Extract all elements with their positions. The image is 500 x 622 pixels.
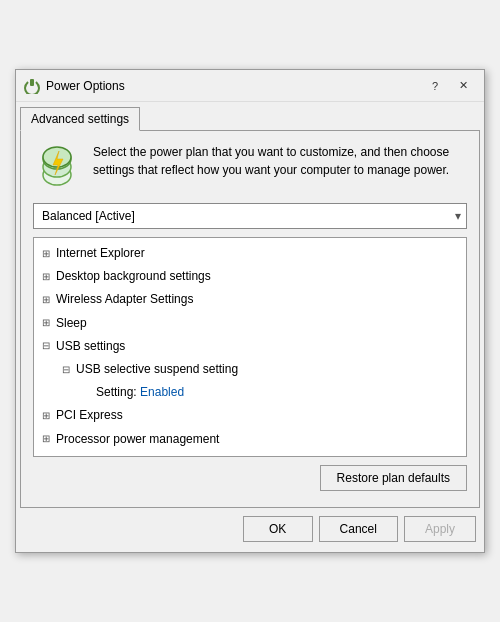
expand-icon-value (82, 385, 92, 401)
tree-item-sleep[interactable]: ⊞ Sleep (34, 312, 466, 335)
tree-item-internet-explorer[interactable]: ⊞ Internet Explorer (34, 242, 466, 265)
plan-dropdown[interactable]: Balanced [Active] High performance Power… (33, 203, 467, 229)
ok-button[interactable]: OK (243, 516, 313, 542)
tree-item-usb-setting-value[interactable]: Setting: Enabled (34, 381, 466, 404)
expand-icon-pci: ⊞ (42, 408, 52, 424)
expand-icon-usb: ⊟ (42, 338, 52, 354)
expand-icon-display: ⊞ (42, 454, 52, 457)
restore-row: Restore plan defaults (33, 465, 467, 491)
settings-tree-container: ⊞ Internet Explorer ⊞ Desktop background… (33, 237, 467, 457)
title-bar-controls: ? ✕ (422, 76, 476, 96)
power-options-window: Power Options ? ✕ Advanced settings (15, 69, 485, 553)
apply-button[interactable]: Apply (404, 516, 476, 542)
tree-item-usb-settings[interactable]: ⊟ USB settings (34, 335, 466, 358)
expand-icon-wireless: ⊞ (42, 292, 52, 308)
expand-icon-usb-suspend: ⊟ (62, 362, 72, 378)
plan-dropdown-wrapper: Balanced [Active] High performance Power… (33, 203, 467, 229)
tree-item-processor[interactable]: ⊞ Processor power management (34, 428, 466, 451)
tree-label-desktop: Desktop background settings (56, 267, 211, 286)
tab-content: Select the power plan that you want to c… (20, 130, 480, 508)
cancel-button[interactable]: Cancel (319, 516, 398, 542)
expand-icon-sleep: ⊞ (42, 315, 52, 331)
svg-rect-0 (30, 79, 34, 86)
expand-icon-desktop: ⊞ (42, 269, 52, 285)
title-bar: Power Options ? ✕ (16, 70, 484, 102)
tree-item-usb-suspend[interactable]: ⊟ USB selective suspend setting (34, 358, 466, 381)
tab-row: Advanced settings (16, 102, 484, 130)
help-button[interactable]: ? (422, 76, 448, 96)
tree-label-processor: Processor power management (56, 430, 219, 449)
tree-item-desktop-bg[interactable]: ⊞ Desktop background settings (34, 265, 466, 288)
tree-label-usb-suspend: USB selective suspend setting (76, 360, 238, 379)
dropdown-row: Balanced [Active] High performance Power… (33, 203, 467, 229)
tree-item-display[interactable]: ⊞ Display (34, 451, 466, 457)
tree-label-pci: PCI Express (56, 406, 123, 425)
tree-value-enabled: Enabled (140, 383, 184, 402)
tree-label-ie: Internet Explorer (56, 244, 145, 263)
restore-defaults-button[interactable]: Restore plan defaults (320, 465, 467, 491)
expand-icon-ie: ⊞ (42, 246, 52, 262)
tree-label-display: Display (56, 453, 95, 457)
tree-label-wireless: Wireless Adapter Settings (56, 290, 193, 309)
tree-label-setting: Setting: (96, 383, 140, 402)
window-title: Power Options (46, 79, 422, 93)
window-icon (24, 78, 40, 94)
tree-label-usb: USB settings (56, 337, 125, 356)
power-icon (33, 143, 81, 191)
tab-advanced-settings[interactable]: Advanced settings (20, 107, 140, 131)
tree-label-sleep: Sleep (56, 314, 87, 333)
bottom-buttons: OK Cancel Apply (16, 508, 484, 552)
tree-item-pci-express[interactable]: ⊞ PCI Express (34, 404, 466, 427)
description-text: Select the power plan that you want to c… (93, 143, 467, 191)
expand-icon-processor: ⊞ (42, 431, 52, 447)
settings-tree[interactable]: ⊞ Internet Explorer ⊞ Desktop background… (33, 237, 467, 457)
tree-item-wireless[interactable]: ⊞ Wireless Adapter Settings (34, 288, 466, 311)
description-area: Select the power plan that you want to c… (33, 143, 467, 191)
close-button[interactable]: ✕ (450, 76, 476, 96)
